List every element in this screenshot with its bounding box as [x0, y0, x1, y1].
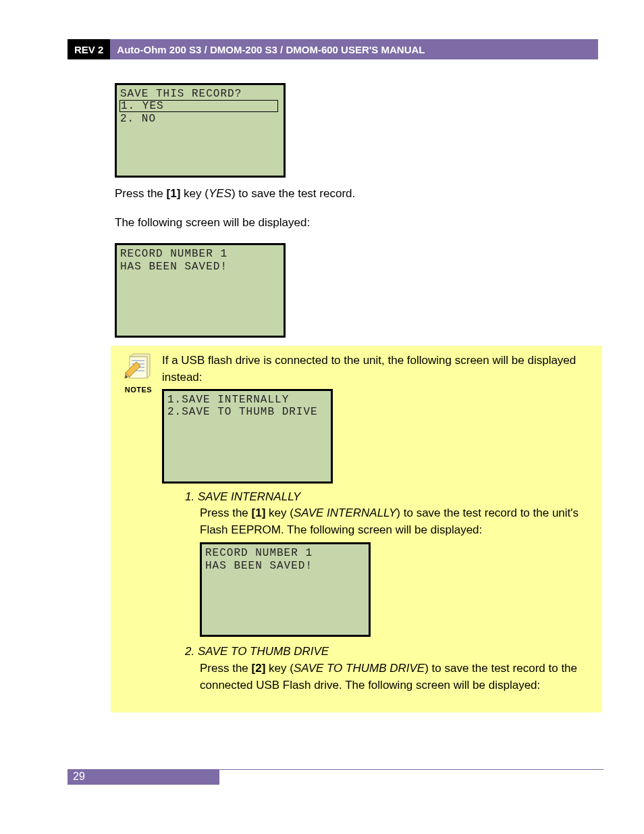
notes-intro-text: If a USB flash drive is connected to the… — [162, 353, 593, 386]
lcd-screen-save-record: SAVE THIS RECORD? 1. YES 2. NO — [115, 83, 286, 178]
option-body: Press the [2] key (SAVE TO THUMB DRIVE) … — [200, 660, 593, 694]
lcd-line: SAVE THIS RECORD? — [120, 88, 242, 100]
lcd-line: 1.SAVE INTERNALLY — [167, 394, 289, 406]
lcd-line: RECORD NUMBER 1 — [205, 547, 313, 559]
manual-title: Auto-Ohm 200 S3 / DMOM-200 S3 / DMOM-600… — [110, 39, 598, 59]
option-2: 2. SAVE TO THUMB DRIVE Press the [2] key… — [185, 644, 593, 694]
instruction-text: The following screen will be displayed: — [115, 215, 590, 232]
key-label: [1] — [167, 187, 181, 200]
text: Press the — [200, 662, 252, 675]
key-label: [1] — [252, 506, 266, 519]
option-number: 1. — [185, 490, 194, 503]
option-number: 2. — [185, 645, 194, 658]
notes-body: If a USB flash drive is connected to the… — [162, 353, 593, 700]
notes-label: NOTES — [115, 385, 162, 396]
text: ) to save the test record. — [232, 187, 355, 200]
key-label: [2] — [252, 662, 266, 675]
notepad-icon — [124, 353, 153, 382]
text: Press the — [115, 187, 167, 200]
lcd-selected-option: 1. YES — [119, 100, 278, 112]
text-italic: SAVE TO THUMB DRIVE — [294, 662, 425, 675]
options-list: 1. SAVE INTERNALLY Press the [1] key (SA… — [185, 489, 593, 694]
lcd-line: 2.SAVE TO THUMB DRIVE — [167, 406, 318, 418]
page-number: 29 — [68, 769, 219, 785]
page-footer: 29 — [68, 769, 603, 770]
option-body: Press the [1] key (SAVE INTERNALLY) to s… — [200, 505, 593, 637]
text: key ( — [265, 662, 294, 675]
lcd-screen-record-saved-internal: RECORD NUMBER 1 HAS BEEN SAVED! — [200, 542, 371, 637]
lcd-line: HAS BEEN SAVED! — [120, 261, 227, 273]
notes-callout: NOTES If a USB flash drive is connected … — [111, 346, 602, 712]
manual-page: REV 2 Auto-Ohm 200 S3 / DMOM-200 S3 / DM… — [0, 0, 644, 834]
instruction-text: Press the [1] key (YES) to save the test… — [115, 186, 590, 203]
page-header: REV 2 Auto-Ohm 200 S3 / DMOM-200 S3 / DM… — [68, 39, 598, 59]
revision-badge: REV 2 — [68, 39, 110, 59]
lcd-line: HAS BEEN SAVED! — [205, 560, 313, 572]
text-italic: YES — [209, 187, 232, 200]
option-title: SAVE TO THUMB DRIVE — [198, 645, 329, 658]
text-italic: SAVE INTERNALLY — [294, 506, 396, 519]
option-title: SAVE INTERNALLY — [198, 490, 300, 503]
page-content: SAVE THIS RECORD? 1. YES 2. NO Press the… — [115, 83, 590, 712]
text: Press the — [200, 506, 252, 519]
option-1: 1. SAVE INTERNALLY Press the [1] key (SA… — [185, 489, 593, 637]
lcd-line: RECORD NUMBER 1 — [120, 248, 227, 260]
text: key ( — [180, 187, 209, 200]
lcd-screen-record-saved: RECORD NUMBER 1 HAS BEEN SAVED! — [115, 243, 286, 338]
text: key ( — [265, 506, 294, 519]
lcd-line: 2. NO — [120, 113, 156, 125]
lcd-screen-save-options: 1.SAVE INTERNALLY 2.SAVE TO THUMB DRIVE — [162, 389, 333, 484]
notes-label-column: NOTES — [115, 353, 162, 396]
